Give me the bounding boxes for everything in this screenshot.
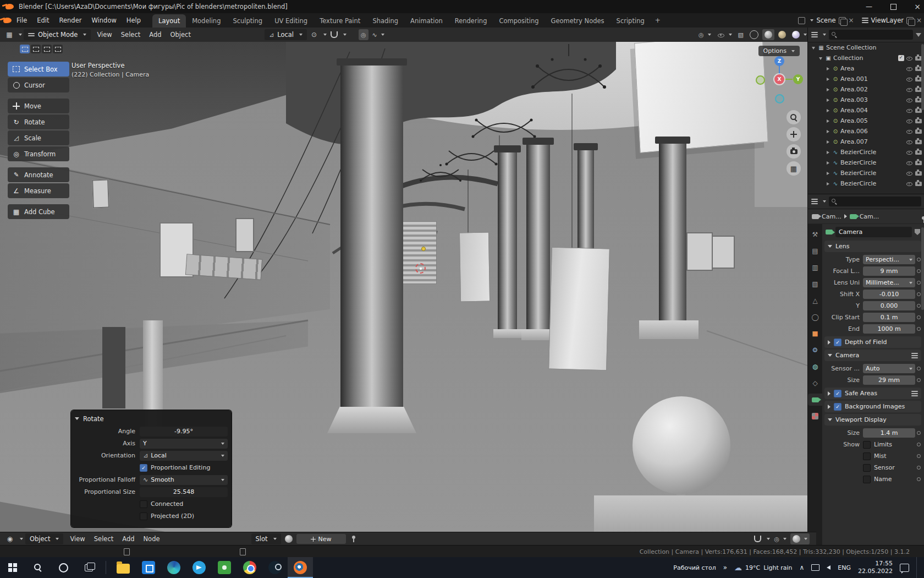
zoom-icon[interactable] [787,110,801,124]
animate-dot[interactable] [915,443,922,446]
mode-dropdown[interactable]: Object Mode [24,29,91,40]
expand-toggle-icon[interactable] [824,172,832,175]
outliner-row[interactable]: Area.005 [808,116,924,126]
outliner-row[interactable]: Area.001 [808,74,924,84]
editor-type-icon[interactable]: ▦ [4,29,15,40]
projected-checkbox[interactable] [140,512,147,520]
falloff-select[interactable]: ∿Smooth [140,475,228,485]
outliner-row[interactable]: BezierCircle [808,178,924,189]
animate-dot[interactable] [915,315,922,319]
unlink-scene-icon[interactable]: × [849,17,854,24]
scene-tab-icon[interactable] [809,295,822,307]
collection-exclude-checkbox[interactable] [898,55,904,61]
navigation-gizmo[interactable]: Z Y X [756,56,803,103]
file-explorer-button[interactable] [111,557,136,578]
topbar-menu-item[interactable]: Window [86,15,121,26]
3d-viewport[interactable]: User Perspective (222) Collection | Came… [0,42,807,532]
display-size-field[interactable]: 1.4 m [863,428,915,438]
safe-areas-panel-header[interactable]: Safe Areas [824,388,921,399]
outliner-row[interactable]: Area.003 [808,95,924,105]
animate-dot[interactable] [915,477,922,481]
hide-in-viewport-eye-icon[interactable] [906,65,913,72]
outliner-row[interactable]: Collection [808,53,924,63]
expand-toggle-icon[interactable] [824,182,832,186]
gizmo-y-axis[interactable]: Y [793,74,803,84]
node-editor-type-icon[interactable]: ◉ [4,533,15,544]
task-view-button[interactable] [76,557,101,578]
tool-button[interactable]: Cursor [8,78,69,92]
duplicate-view-layer-icon[interactable] [906,17,914,24]
outliner-row[interactable]: BezierCircle [808,147,924,157]
shift-y-field[interactable]: 0.000 [863,301,915,310]
world-tab-icon[interactable] [809,311,822,323]
steam-button[interactable] [262,557,288,578]
expand-toggle-icon[interactable] [824,151,832,154]
snap-magnet-icon[interactable] [752,533,763,544]
camera-view-icon[interactable] [787,144,801,159]
toolbar-chevron[interactable]: » [723,564,727,571]
background-images-checkbox[interactable] [834,403,842,411]
blender-menu-icon[interactable] [3,18,12,23]
workspace-tab[interactable]: Sculpting [227,14,268,28]
transform-orientation-dropdown[interactable]: ⊿ Local [265,29,307,40]
expand-toggle-icon[interactable] [824,130,832,133]
object-data-camera-tab-icon[interactable] [808,394,822,406]
tool-button[interactable]: Transform [8,146,69,161]
background-images-panel-header[interactable]: Background Images [824,401,921,412]
angle-field[interactable]: -9.95° [140,427,228,437]
proportional-editing-checkbox[interactable] [140,464,147,472]
expand-toggle-icon[interactable] [824,99,832,102]
shading-material-button[interactable] [776,29,788,40]
dof-checkbox[interactable] [834,339,842,346]
hide-in-viewport-eye-icon[interactable] [906,149,913,156]
maximize-button[interactable] [881,0,905,13]
lens-type-select[interactable]: Perspecti... [863,255,915,264]
outliner-row[interactable]: BezierCircle [808,168,924,178]
select-set-mode-icon[interactable] [20,45,30,53]
tool-button[interactable]: Rotate [8,114,69,129]
show-mist-checkbox[interactable] [863,452,871,460]
orthographic-grid-icon[interactable]: ▦ [787,161,801,176]
expand-toggle-icon[interactable] [817,57,824,60]
hide-in-viewport-eye-icon[interactable] [906,117,913,124]
volume-icon[interactable] [827,565,831,570]
depth-of-field-panel-header[interactable]: Depth of Field [824,336,921,348]
pin-icon[interactable] [348,533,359,544]
workspace-tab[interactable]: Layout [152,14,186,28]
show-gizmo-toggle[interactable]: ◎ [696,29,713,40]
disable-in-renders-camera-icon[interactable] [915,150,922,155]
properties-search-field[interactable] [829,197,921,206]
lens-panel-header[interactable]: Lens [824,241,921,252]
remove-view-layer-icon[interactable]: × [916,17,922,24]
workspace-tab[interactable]: Modeling [186,14,227,28]
lens-unit-select[interactable]: Millimete... [863,278,915,287]
clip-end-field[interactable]: 1000 m [863,324,915,334]
output-tab-icon[interactable] [809,261,822,274]
safe-areas-checkbox[interactable] [834,390,842,397]
pivot-point-icon[interactable]: ⊙ [309,29,320,40]
viewport-menu-item[interactable]: Add [145,29,166,40]
workspace-tab[interactable]: Shading [366,14,404,28]
gizmo-neg-y-axis[interactable] [756,75,765,85]
edge-button[interactable] [161,557,186,578]
focal-length-field[interactable]: 9 mm [863,266,915,276]
modifiers-tab-icon[interactable] [809,344,822,356]
green-app-button[interactable] [212,557,237,578]
object-tab-icon[interactable] [809,328,822,340]
language-indicator[interactable]: ENG [838,564,851,571]
slot-dropdown[interactable]: Slot [251,533,281,544]
viewport-menu-item[interactable]: Object [166,29,195,40]
properties-editor-icon[interactable] [811,199,818,204]
shift-x-field[interactable]: -0.010 [863,290,915,299]
outliner-scrollbar[interactable] [921,44,924,110]
xray-toggle[interactable]: ▧ [736,29,746,40]
region-toggle[interactable] [790,533,810,544]
blue-app-button[interactable] [186,557,212,578]
hide-in-viewport-eye-icon[interactable] [906,86,913,93]
expand-toggle-icon[interactable] [824,109,832,112]
view-layer-selector[interactable]: ViewLayer × [862,17,922,24]
workspace-tab[interactable]: Animation [404,14,449,28]
topbar-menu-item[interactable]: Help [122,15,146,26]
close-button[interactable]: × [905,0,924,13]
view-layer-tab-icon[interactable] [809,278,822,290]
